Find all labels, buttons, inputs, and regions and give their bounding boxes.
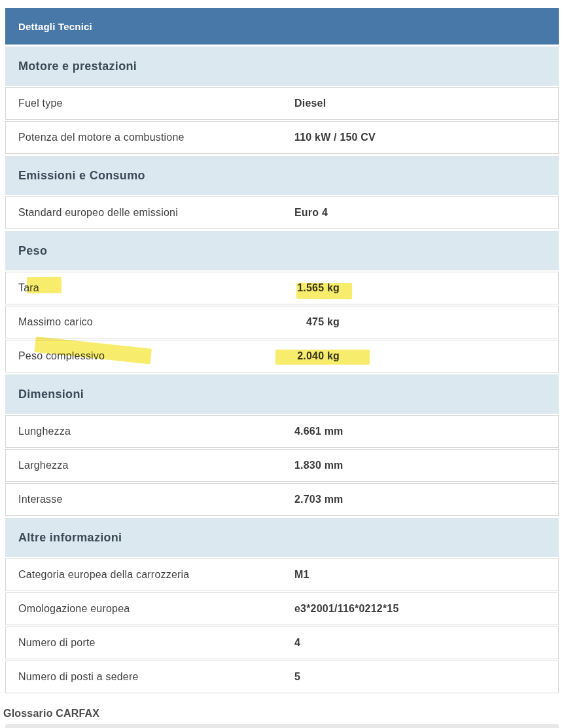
table-row: Tara 1.565 kg	[5, 272, 559, 304]
table-row: Interasse 2.703 mm	[5, 483, 559, 516]
row-label: Fuel type	[6, 98, 63, 109]
section-header-title: Motore e prestazioni	[18, 60, 137, 73]
table-row: Numero di posti a sedere 5	[5, 661, 559, 693]
next-block-edge	[5, 724, 559, 728]
table-row: Numero di porte 4	[5, 627, 559, 659]
row-value: Diesel	[294, 98, 326, 109]
row-value: 4	[294, 637, 300, 649]
section-header-title: Emissioni e Consumo	[18, 169, 145, 183]
row-label: Peso complessivo	[6, 350, 105, 362]
row-label: Potenza del motore a combustione	[6, 132, 185, 143]
section-rows: Fuel type Diesel Potenza del motore a co…	[5, 87, 559, 154]
row-label: Categoria europea della carrozzeria	[6, 569, 189, 581]
section-rows: Categoria europea della carrozzeria M1 O…	[5, 558, 559, 693]
row-value: 1.565 kg	[297, 282, 340, 294]
section-header: Altre informazioni	[5, 518, 559, 557]
details-table-body: Motore e prestazioni Fuel type Diesel Po…	[5, 46, 559, 693]
row-label: Lunghezza	[6, 426, 71, 437]
row-label: Larghezza	[6, 460, 69, 471]
table-row: Standard europeo delle emissioni Euro 4	[5, 196, 559, 229]
table-row: Categoria europea della carrozzeria M1	[5, 558, 559, 591]
section-motore-e-prestazioni: Motore e prestazioni Fuel type Diesel Po…	[5, 46, 559, 154]
section-rows: Lunghezza 4.661 mm Larghezza 1.830 mm In…	[5, 415, 559, 516]
row-value: 2.040 kg	[297, 350, 340, 362]
row-value: 2.703 mm	[294, 494, 344, 505]
row-label: Numero di porte	[6, 637, 96, 649]
row-label: Numero di posti a sedere	[6, 671, 139, 683]
table-row: Peso complessivo 2.040 kg	[5, 340, 559, 373]
section-header: Emissioni e Consumo	[5, 156, 559, 195]
row-label: Standard europeo delle emissioni	[6, 207, 178, 219]
technical-details-card: Dettagli Tecnici Motore e prestazioni Fu…	[5, 8, 559, 693]
row-value: 1.830 mm	[294, 460, 344, 471]
row-value: 5	[294, 671, 300, 683]
row-value: 475 kg	[306, 316, 340, 328]
card-title: Dettagli Tecnici	[18, 21, 92, 32]
section-header: Motore e prestazioni	[5, 46, 559, 86]
table-row: Massimo carico 475 kg	[5, 306, 559, 338]
row-value: 4.661 mm	[294, 426, 344, 437]
section-header-title: Dimensioni	[18, 388, 84, 401]
section-rows: Tara 1.565 kg Massimo carico 475 kg Peso…	[5, 272, 559, 373]
section-header-title: Peso	[18, 244, 47, 258]
row-label: Massimo carico	[6, 316, 93, 328]
section-rows: Standard europeo delle emissioni Euro 4	[5, 196, 559, 229]
row-value: M1	[294, 569, 309, 581]
table-row: Lunghezza 4.661 mm	[5, 415, 559, 448]
table-row: Potenza del motore a combustione 110 kW …	[5, 121, 559, 154]
section-header: Dimensioni	[5, 374, 559, 414]
table-row: Fuel type Diesel	[5, 87, 559, 120]
row-value: Euro 4	[294, 207, 328, 219]
card-title-bar: Dettagli Tecnici	[5, 8, 559, 45]
section-dimensioni: Dimensioni Lunghezza 4.661 mm Larghezza …	[5, 374, 559, 516]
section-emissioni-e-consumo: Emissioni e Consumo Standard europeo del…	[5, 156, 559, 229]
table-row: Omologazione europea e3*2001/116*0212*15	[5, 592, 559, 625]
row-label: Interasse	[6, 494, 63, 505]
section-altre-informazioni: Altre informazioni Categoria europea del…	[5, 518, 559, 693]
section-header-title: Altre informazioni	[18, 531, 122, 545]
row-value: 110 kW / 150 CV	[294, 132, 376, 143]
row-value: e3*2001/116*0212*15	[294, 603, 399, 615]
section-peso: Peso Tara 1.565 kg Massimo carico 475 kg…	[5, 231, 559, 373]
row-label: Omologazione europea	[6, 603, 130, 615]
row-label: Tara	[6, 282, 39, 294]
table-row: Larghezza 1.830 mm	[5, 449, 559, 482]
section-header: Peso	[5, 231, 559, 270]
glossary-heading: Glossario CARFAX	[3, 708, 564, 719]
